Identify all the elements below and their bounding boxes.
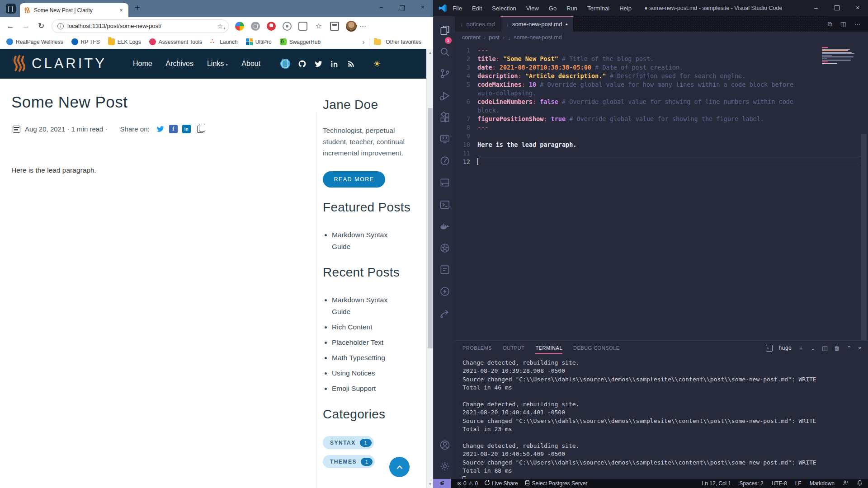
share-icon[interactable] [439,308,451,319]
bookmark-item[interactable]: RealPage Wellness [6,38,63,45]
panel-tab-debug-console[interactable]: DEBUG CONSOLE [573,345,619,351]
kubernetes-icon[interactable] [439,242,451,254]
breadcrumb-item[interactable]: post [489,34,500,41]
share-facebook-icon[interactable]: f [169,125,178,133]
code-line[interactable]: 9 [455,132,868,141]
recorder-extension-icon[interactable] [283,22,292,31]
cursor-position[interactable]: Ln 12, Col 1 [702,480,731,487]
code-line[interactable]: 8--- [455,123,868,132]
editor-scrollbar[interactable] [861,134,867,357]
unsaved-dot-icon[interactable]: ● [565,22,567,27]
bookmarks-overflow-icon[interactable]: › [363,38,365,46]
privacy-lock-extension-icon[interactable] [251,22,260,31]
maximize-button[interactable] [392,0,412,15]
category-badge[interactable]: THEMES1 [323,455,375,468]
menu-edit[interactable]: Edit [472,5,482,12]
recent-post-link[interactable]: Markdown Syntax Guide [332,294,406,318]
bookmark-item[interactable]: Launch [210,38,237,45]
eol[interactable]: LF [795,480,802,487]
notifications-bell-icon[interactable] [857,480,863,487]
copy-link-icon[interactable] [197,126,203,133]
postgres-selector[interactable]: Select Postgres Server [524,480,588,487]
share-twitter-icon[interactable] [156,125,165,133]
other-favorites[interactable]: Other favorites [386,39,421,45]
recent-post-link[interactable]: Emoji Support [332,383,406,394]
storage-icon[interactable] [439,177,451,188]
linkedin-icon[interactable] [330,60,339,68]
read-more-button[interactable]: READ MORE [323,171,385,188]
test-gauge-icon[interactable] [439,155,451,167]
tab-actions-icon[interactable] [6,4,16,14]
bookmark-item[interactable]: Assessment Tools [149,38,203,45]
breadcrumb-item[interactable]: some-new-post.md [514,34,562,41]
code-line[interactable]: 6codeLineNumbers: false # Override globa… [455,98,868,106]
code-line[interactable]: block. [455,106,868,115]
menu-view[interactable]: View [526,5,539,12]
live-share-button[interactable]: Live Share [484,480,518,487]
share-linkedin-icon[interactable]: in [182,125,191,133]
profile-avatar[interactable] [346,21,357,32]
more-actions-icon[interactable]: ⋯ [854,20,861,28]
terminal-dropdown-icon[interactable]: ⌄ [811,345,816,352]
rss-icon[interactable] [347,60,355,68]
github-icon[interactable] [298,60,307,68]
thunder-icon[interactable] [439,286,451,297]
snippets-icon[interactable] [439,264,451,276]
new-tab-button[interactable]: + [135,3,140,13]
scroll-to-top-button[interactable] [389,457,410,477]
indentation[interactable]: Spaces: 2 [739,480,763,487]
recent-post-link[interactable]: Placeholder Text [332,337,406,348]
code-line[interactable]: 4description: "Article description." # D… [455,72,868,80]
recent-post-link[interactable]: Math Typesetting [332,352,406,364]
menu-help[interactable]: Help [619,5,632,12]
feedback-icon[interactable] [843,480,849,487]
site-info-icon[interactable]: i [57,23,64,29]
nav-item-home[interactable]: Home [133,60,152,68]
bookmark-item[interactable]: UltiPro [246,38,272,45]
browser-menu-icon[interactable]: ⋯ [359,22,367,30]
puzzle-extensions-icon[interactable] [298,22,307,31]
code-line[interactable]: 7figurePositionShow: true # Override glo… [455,115,868,123]
code-line[interactable]: 10Here is the lead paragraph. [455,141,868,149]
nav-item-archives[interactable]: Archives [166,60,193,68]
scrollbar-up-icon[interactable]: ▲ [427,51,434,55]
panel-tab-problems[interactable]: PROBLEMS [462,345,492,351]
close-button[interactable]: × [412,0,433,15]
editor-tab-some-new-post.md[interactable]: ↓some-new-post.md● [500,16,573,32]
breadcrumbs[interactable]: content›post›↓some-new-post.md [455,32,868,43]
settings-icon[interactable] [439,460,451,472]
tab-close-icon[interactable]: × [118,7,125,14]
pinwheel-extension-icon[interactable] [235,22,244,31]
close-panel-icon[interactable]: × [858,345,862,352]
collab-extension-icon[interactable] [267,22,276,31]
menu-go[interactable]: Go [549,5,557,12]
vscode-close-button[interactable]: × [847,0,868,15]
bookmark-item[interactable]: RP TFS [71,38,100,45]
recent-post-link[interactable]: Rich Content [332,321,406,333]
code-line[interactable]: 11 [455,149,868,158]
new-terminal-icon[interactable]: ＋ [798,344,804,352]
browser-scrollbar[interactable]: ▲ ▼ [426,49,433,488]
menu-terminal[interactable]: Terminal [587,5,609,12]
address-bar[interactable]: i localhost:1313/post/some-new-post/ ☆+ [52,19,229,33]
menu-file[interactable]: File [453,5,462,12]
back-button[interactable]: ← [3,22,18,31]
code-line[interactable]: 2title: "Some New Post" # Title of the b… [455,55,868,63]
twitter-icon[interactable] [314,60,323,68]
url-text[interactable]: localhost:1313/post/some-new-post/ [67,23,213,29]
nav-item-about[interactable]: About [241,60,260,68]
explorer-icon[interactable] [439,24,451,36]
code-line[interactable]: 5codeMaxLines: 10 # Override global valu… [455,80,868,89]
docker-icon[interactable] [439,221,451,232]
language-globe-icon[interactable] [280,59,290,69]
search-icon[interactable] [439,46,451,58]
site-logo[interactable]: CLARITY [12,55,107,73]
account-icon[interactable] [439,439,451,451]
split-terminal-icon[interactable]: ◫ [822,345,828,352]
favorites-bar-icon[interactable]: ☆ [314,22,323,31]
collections-icon[interactable] [330,22,339,31]
theme-sun-icon[interactable]: ☀ [373,59,381,69]
menu-selection[interactable]: Selection [492,5,516,12]
remote-explorer-icon[interactable] [439,133,451,145]
browser-tab[interactable]: Some New Post | Clarity × [20,3,128,17]
